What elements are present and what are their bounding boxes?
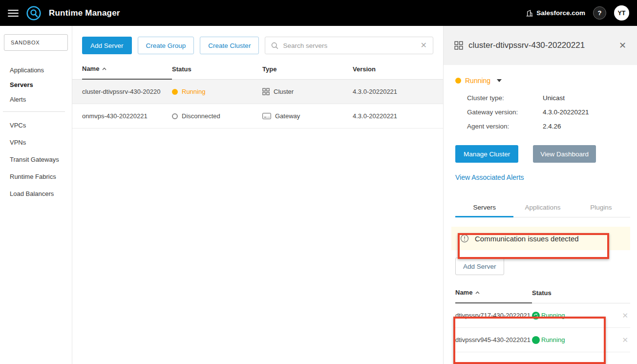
panel-body: Running Cluster type: Unicast Gateway ve…	[444, 65, 637, 352]
org-switcher[interactable]: Salesforce.com	[526, 9, 585, 17]
building-icon	[526, 10, 533, 17]
column-header-type[interactable]: Type	[262, 65, 353, 79]
status-sync-icon	[532, 312, 540, 320]
add-server-button[interactable]: Add Server	[82, 37, 132, 54]
warning-icon	[460, 234, 469, 243]
server-version: 4.3.0-20220221	[353, 88, 433, 95]
status-dot-running	[455, 78, 461, 84]
sidebar-divider	[3, 111, 65, 112]
cluster-icon	[454, 41, 463, 50]
sidebar-item-runtime-fabrics[interactable]: Runtime Fabrics	[0, 168, 72, 185]
servers-toolbar: Add Server Create Group Create Cluster ✕	[82, 37, 433, 54]
topbar: Runtime Manager Salesforce.com ? YT	[0, 0, 637, 26]
search-icon	[271, 42, 278, 49]
column-header-version[interactable]: Version	[353, 65, 433, 79]
status-dropdown[interactable]: Running	[455, 77, 630, 85]
clear-search-icon[interactable]: ✕	[421, 42, 427, 49]
sidebar-item-vpcs[interactable]: VPCs	[0, 117, 72, 134]
cluster-servers-header: Name Status	[455, 289, 630, 303]
chevron-down-icon	[497, 79, 502, 82]
avatar[interactable]: YT	[614, 5, 629, 21]
page-title: Runtime Manager	[49, 8, 120, 18]
search-box: ✕	[265, 37, 433, 54]
org-label: Salesforce.com	[536, 9, 585, 17]
sidebar-item-transit-gateways[interactable]: Transit Gateways	[0, 151, 72, 168]
server-name: dtivpssrv945-430-2022021	[455, 336, 532, 343]
cluster-fields: Cluster type: Unicast Gateway version: 4…	[467, 91, 630, 133]
status-dot-running-icon	[532, 336, 540, 344]
table-row-cluster[interactable]: cluster-dtivpssrv-430-20220 Running Clus…	[72, 80, 443, 104]
sidebar-nav: Applications Servers Alerts VPCs VPNs Tr…	[0, 63, 72, 202]
tab-applications[interactable]: Applications	[513, 204, 572, 217]
manage-cluster-button[interactable]: Manage Cluster	[455, 145, 518, 163]
panel-title: cluster-dtivpssrv-430-20220221	[468, 41, 614, 50]
sort-asc-icon	[475, 291, 480, 294]
sidebar-item-alerts[interactable]: Alerts	[0, 92, 72, 107]
servers-main: Add Server Create Group Create Cluster ✕…	[72, 26, 443, 364]
help-button[interactable]: ?	[593, 6, 606, 20]
server-version: 4.3.0-20220221	[353, 112, 433, 120]
sidebar-item-applications[interactable]: Applications	[0, 63, 72, 77]
server-type: Cluster	[262, 88, 353, 95]
sidebar-item-servers[interactable]: Servers	[0, 77, 72, 92]
tab-plugins[interactable]: Plugins	[572, 204, 630, 217]
cluster-servers-table: Name Status dtivpssrv717-430-2022021	[455, 289, 630, 352]
cluster-server-row[interactable]: dtivpssrv945-430-2022021 Running ✕	[455, 328, 630, 352]
server-status: Disconnected	[172, 112, 262, 120]
field-agent-version: Agent version: 2.4.26	[467, 119, 630, 133]
view-dashboard-button[interactable]: View Dashboard	[533, 145, 596, 163]
panel-tabs: Servers Applications Plugins	[455, 204, 630, 217]
remove-server-icon[interactable]: ✕	[622, 312, 630, 319]
create-cluster-button[interactable]: Create Cluster	[200, 37, 259, 54]
column-header-name[interactable]: Name	[82, 65, 172, 80]
cluster-icon	[262, 88, 270, 95]
server-status: Running	[532, 312, 565, 320]
cluster-detail-panel: cluster-dtivpssrv-430-20220221 ✕ Running…	[443, 26, 637, 364]
server-status: Running	[532, 336, 565, 344]
table-row-gateway[interactable]: onmvps-430-20220221 Disconnected Gateway…	[72, 104, 443, 128]
search-input[interactable]	[283, 42, 416, 49]
sidebar-item-vpns[interactable]: VPNs	[0, 134, 72, 151]
view-associated-alerts-link[interactable]: View Associated Alerts	[455, 173, 630, 181]
servers-table-header: Name Status Type Version	[72, 65, 443, 80]
status-dot-running	[172, 89, 178, 95]
gateway-icon	[262, 113, 271, 119]
communication-warning-banner: Communication issues detected	[451, 227, 630, 250]
server-name: cluster-dtivpssrv-430-20220	[82, 88, 172, 95]
server-name: onmvps-430-20220221	[82, 112, 172, 120]
field-gateway-version: Gateway version: 4.3.0-20220221	[467, 105, 630, 119]
environment-selector[interactable]: SANDBOX	[4, 34, 68, 51]
status-dot-disconnected	[172, 113, 178, 119]
column-header-status[interactable]: Status	[172, 65, 262, 79]
panel-header: cluster-dtivpssrv-430-20220221 ✕	[444, 26, 637, 65]
runtime-manager-logo-icon	[26, 5, 42, 21]
column-header-status[interactable]: Status	[532, 289, 630, 303]
menu-icon[interactable]	[8, 8, 19, 19]
server-name: dtivpssrv717-430-2022021	[455, 312, 532, 319]
sidebar-item-load-balancers[interactable]: Load Balancers	[0, 185, 72, 202]
panel-add-server-button[interactable]: Add Server	[455, 257, 504, 275]
warning-text: Communication issues detected	[475, 235, 579, 243]
tab-servers[interactable]: Servers	[455, 204, 513, 217]
sidebar: SANDBOX Applications Servers Alerts VPCs…	[0, 26, 72, 364]
server-type: Gateway	[262, 112, 353, 120]
close-icon[interactable]: ✕	[619, 41, 626, 50]
cluster-server-row[interactable]: dtivpssrv717-430-2022021 Running ✕	[455, 303, 630, 328]
sort-asc-icon	[102, 67, 106, 70]
create-group-button[interactable]: Create Group	[138, 37, 194, 54]
column-header-name[interactable]: Name	[455, 289, 532, 303]
server-status: Running	[172, 88, 262, 95]
remove-server-icon[interactable]: ✕	[622, 336, 630, 343]
field-cluster-type: Cluster type: Unicast	[467, 91, 630, 105]
servers-table: Name Status Type Version cluster-dtivpss…	[72, 65, 443, 128]
